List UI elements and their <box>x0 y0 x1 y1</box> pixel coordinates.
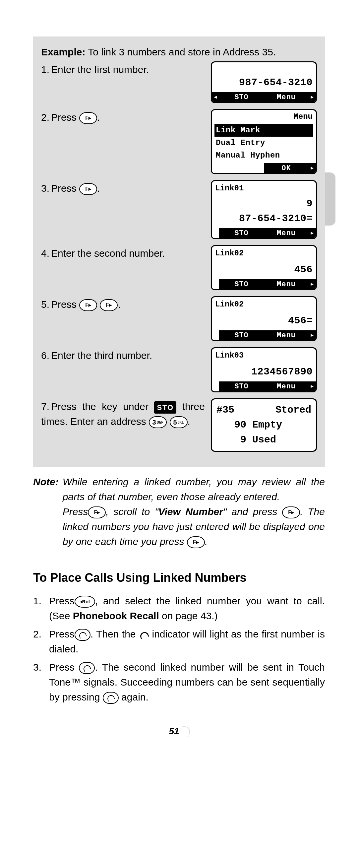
send-key-icon <box>74 629 91 641</box>
screen-line: 1234567890 <box>251 365 313 379</box>
softkey-sto: STO <box>219 228 264 238</box>
f-key-icon <box>79 183 97 195</box>
screen-number: 987-654-3210 <box>239 75 313 90</box>
softkey-bar: ◂ STO Menu ▸ <box>212 92 316 102</box>
step-3: 3.Press . Link01 9 87-654-3210= STO Menu… <box>41 180 317 239</box>
list-item: 1. PressRcl, and select the linked numbe… <box>49 593 325 623</box>
softkey-sto: STO <box>219 279 264 289</box>
step-2: 2.Press . Menu Link Mark Dual Entry Manu… <box>41 109 317 174</box>
rcl-key-icon: Rcl <box>74 596 95 608</box>
screen-6: Link03 1234567890 STO Menu ▸ <box>211 347 317 392</box>
screen-1: 987-654-3210 ◂ STO Menu ▸ <box>211 61 317 103</box>
softkey-sto: STO <box>219 92 264 102</box>
link-label: Link01 <box>212 181 316 194</box>
example-label: Example: <box>41 46 85 57</box>
softkey-sto: STO <box>219 330 264 340</box>
screen-line: 456 <box>294 262 313 277</box>
softkey-bar: STO Menu ▸ <box>212 279 316 289</box>
screen-line: 9 <box>215 196 313 211</box>
send-key-icon <box>103 692 119 704</box>
sto-badge: STO <box>154 401 176 413</box>
page-tab <box>325 173 335 225</box>
handset-icon <box>106 694 115 702</box>
step-text: 6.Enter the third number. <box>41 347 205 363</box>
f-key-icon <box>79 299 97 311</box>
place-calls-list: 1. PressRcl, and select the linked numbe… <box>33 593 325 705</box>
screen-line: 456= <box>288 313 313 328</box>
menu-list: Link Mark Dual Entry Manual Hyphen <box>212 123 316 163</box>
screen-3: Link01 9 87-654-3210= STO Menu ▸ <box>211 180 317 239</box>
step-1: 1.Enter the first number. 987-654-3210 ◂… <box>41 61 317 103</box>
step-text: 5.Press . <box>41 296 205 312</box>
softkey-menu: Menu <box>264 228 308 238</box>
softkey-ok: OK <box>264 163 308 173</box>
right-arrow-icon: ▸ <box>308 279 316 289</box>
key-3: 3DEF <box>149 416 167 428</box>
f-key-icon <box>100 299 118 311</box>
softkey-menu: Menu <box>264 279 308 289</box>
handset-icon <box>78 631 87 639</box>
list-item: 3. Press . The second linked number will… <box>49 660 325 705</box>
example-box: Example: To link 3 numbers and store in … <box>33 36 325 467</box>
step-4: 4.Enter the second number. Link02 456 ST… <box>41 245 317 290</box>
softkey-bar: STO Menu ▸ <box>212 381 316 392</box>
link-label: Link02 <box>212 297 316 310</box>
step-text: 4.Enter the second number. <box>41 245 205 261</box>
list-item: 2. Press. Then the indicator will light … <box>49 626 325 656</box>
right-arrow-icon: ▸ <box>308 381 316 392</box>
f-key-icon <box>282 506 300 519</box>
step-5: 5.Press . Link02 456= STO Menu ▸ <box>41 296 317 341</box>
menu-item-manualhyphen: Manual Hyphen <box>215 149 313 162</box>
screen-5: Link02 456= STO Menu ▸ <box>211 296 317 341</box>
screen-7: #35 Stored 90 Empty 9 Used <box>211 398 317 452</box>
note: Note: While entering a linked number, yo… <box>33 474 325 549</box>
key-5: 5JKL <box>170 416 188 428</box>
step-text: 2.Press . <box>41 109 205 125</box>
softkey-sto: STO <box>219 381 264 392</box>
softkey-menu: Menu <box>264 381 308 392</box>
screen-2: Menu Link Mark Dual Entry Manual Hyphen … <box>211 109 317 174</box>
menu-item-dualentry: Dual Entry <box>215 137 313 149</box>
right-arrow-icon: ▸ <box>308 163 316 173</box>
section-title: To Place Calls Using Linked Numbers <box>33 569 325 587</box>
right-arrow-icon: ▸ <box>308 92 316 102</box>
empty-line: 90 Empty <box>217 417 311 433</box>
f-key-icon <box>79 112 97 124</box>
handset-icon <box>83 664 91 672</box>
example-text: To link 3 numbers and store in Address 3… <box>88 46 276 57</box>
menu-label: Menu <box>212 110 316 123</box>
softkey-bar: STO Menu ▸ <box>212 330 316 340</box>
softkey-bar: OK ▸ <box>212 163 316 173</box>
softkey-menu: Menu <box>264 92 308 102</box>
menu-item-linkmark: Link Mark <box>215 124 313 137</box>
left-arrow-icon: ◂ <box>212 92 219 102</box>
f-key-icon <box>88 506 106 519</box>
page-number: 51 <box>33 724 325 738</box>
note-label: Note: <box>33 474 59 549</box>
phonebook-recall: Phonebook Recall <box>73 610 159 621</box>
note-body: While entering a linked number, you may … <box>63 474 325 549</box>
screen-4: Link02 456 STO Menu ▸ <box>211 245 317 290</box>
stored-line: #35 Stored <box>217 403 311 417</box>
link-label: Link02 <box>212 246 316 259</box>
example-heading: Example: To link 3 numbers and store in … <box>41 44 317 59</box>
right-arrow-icon: ▸ <box>308 228 316 238</box>
softkey-bar: STO Menu ▸ <box>212 228 316 238</box>
step-7: 7.Press the key under STO three times. E… <box>41 398 317 452</box>
step-6: 6.Enter the third number. Link03 1234567… <box>41 347 317 392</box>
step-text: 7.Press the key under STO three times. E… <box>41 398 205 429</box>
screen-line: 87-654-3210= <box>215 211 313 226</box>
send-key-icon <box>79 662 95 674</box>
right-arrow-icon: ▸ <box>308 330 316 340</box>
used-line: 9 Used <box>217 433 311 447</box>
step-text: 1.Enter the first number. <box>41 61 205 77</box>
link-label: Link03 <box>212 348 316 362</box>
view-number-label: View Number <box>158 506 223 517</box>
handset-icon <box>139 631 149 640</box>
f-key-icon <box>187 536 205 548</box>
step-text: 3.Press . <box>41 180 205 196</box>
softkey-menu: Menu <box>264 330 308 340</box>
